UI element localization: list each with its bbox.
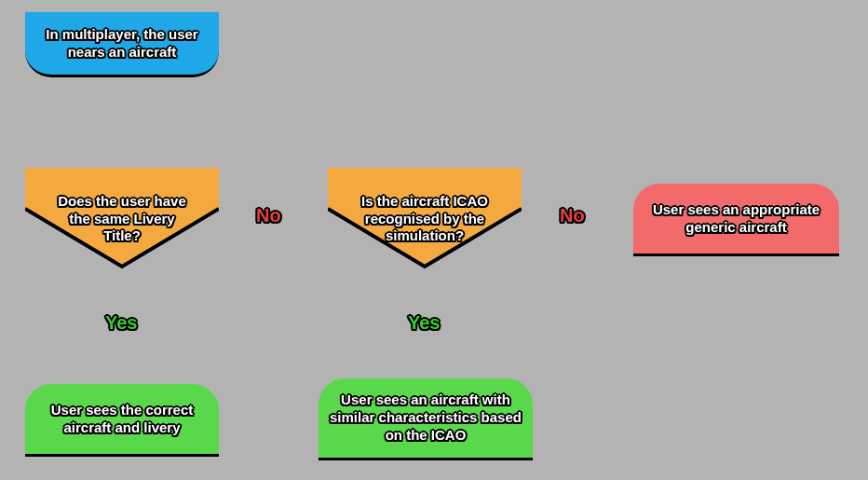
decision-livery-title: Does the user have the same Livery Title… — [25, 168, 219, 270]
decision-icao: Is the aircraft ICAO recognised by the s… — [328, 168, 522, 270]
decision-icao-label: Is the aircraft ICAO recognised by the s… — [339, 193, 510, 245]
edge-no-1: No — [256, 205, 281, 226]
edge-yes-2: Yes — [408, 312, 440, 334]
start-node: In multiplayer, the user nears an aircra… — [25, 12, 219, 77]
decision-livery-label: Does the user have the same Livery Title… — [36, 193, 208, 245]
edge-no-2: No — [560, 205, 585, 226]
outcome-generic-label: User sees an appropriate generic aircraf… — [644, 201, 828, 237]
outcome-generic: User sees an appropriate generic aircraf… — [633, 184, 839, 256]
outcome-correct-label: User sees the correct aircraft and liver… — [36, 402, 208, 437]
outcome-correct: User sees the correct aircraft and liver… — [25, 384, 219, 457]
edge-yes-1: Yes — [105, 312, 137, 334]
outcome-similar: User sees an aircraft with similar chara… — [319, 378, 533, 460]
start-label: In multiplayer, the user nears an aircra… — [36, 26, 208, 62]
outcome-similar-label: User sees an aircraft with similar chara… — [330, 391, 522, 444]
